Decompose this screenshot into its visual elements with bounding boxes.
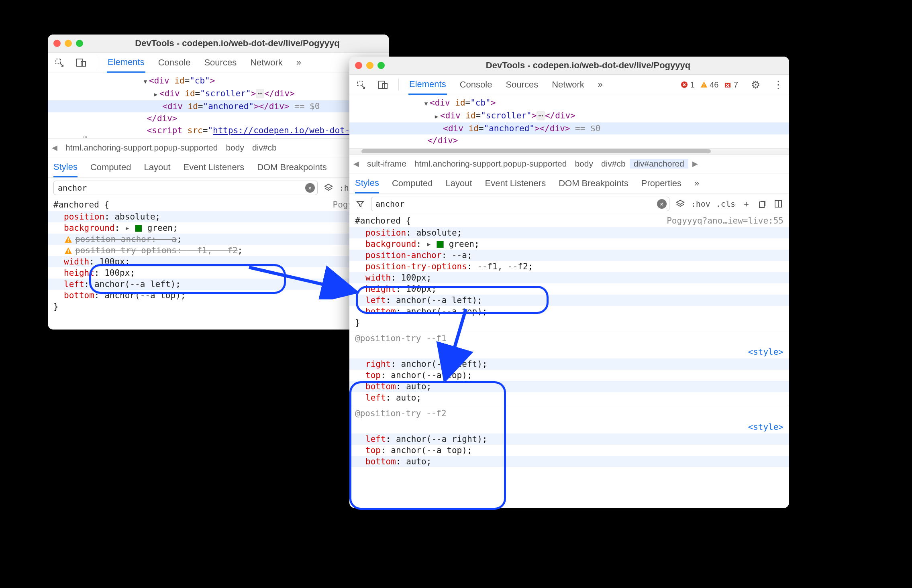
select-element-icon[interactable]: [355, 79, 367, 91]
overflow-ellipsis: ⋯: [83, 132, 87, 141]
crumb-html[interactable]: html.anchoring-support.popup-supported: [410, 159, 571, 169]
toggle-device-icon[interactable]: [75, 57, 87, 69]
clear-icon[interactable]: ✕: [657, 199, 667, 209]
tab-console[interactable]: Console: [157, 53, 192, 72]
crumb-iframe[interactable]: sult-iframe: [363, 159, 410, 169]
crumb-anchored[interactable]: div#anchored: [630, 159, 688, 169]
subtab-properties[interactable]: Properties: [641, 174, 681, 193]
hidden-count[interactable]: 7: [724, 80, 738, 90]
style-source-link[interactable]: <style>: [349, 346, 789, 358]
error-count[interactable]: 1: [681, 80, 695, 90]
select-element-icon[interactable]: [53, 57, 65, 69]
svg-rect-11: [704, 83, 704, 85]
filter-icon[interactable]: [355, 199, 365, 209]
style-source-link[interactable]: <style>: [349, 421, 789, 433]
subtab-layout[interactable]: Layout: [144, 158, 170, 177]
toggle-device-icon[interactable]: [377, 79, 389, 91]
zoom-button[interactable]: [76, 40, 83, 47]
tab-network[interactable]: Network: [249, 53, 284, 72]
close-button[interactable]: [53, 40, 61, 47]
window-title: DevTools - codepen.io/web-dot-dev/live/P…: [393, 60, 783, 71]
hov-toggle[interactable]: :hov: [691, 199, 710, 209]
cls-toggle[interactable]: .cls: [716, 199, 735, 209]
svg-rect-5: [68, 250, 69, 252]
svg-rect-3: [68, 238, 69, 241]
tab-console[interactable]: Console: [459, 75, 493, 94]
elements-panel: ▼<div id="cb"> ▶<div id="scroller">⋯</di…: [349, 95, 789, 148]
svg-rect-1: [77, 59, 83, 66]
tab-elements[interactable]: Elements: [408, 75, 447, 95]
issue-counts[interactable]: 1 46 7: [681, 80, 738, 90]
subtab-styles[interactable]: Styles: [355, 174, 379, 193]
expand-arrow-icon[interactable]: ▼: [142, 75, 149, 87]
selected-element-row[interactable]: <div id="anchored"></div> == $0: [48, 100, 389, 112]
warn-icon: [64, 235, 73, 244]
position-try-f1[interactable]: @position-try --f1: [349, 331, 789, 346]
close-button[interactable]: [355, 62, 362, 69]
kebab-icon[interactable]: ⋮: [773, 79, 783, 91]
styles-panel: #anchored {Pogyyyq?ano…iew=live:55 posit…: [349, 214, 789, 467]
subtab-dom-bp[interactable]: DOM Breakpoints: [257, 158, 327, 177]
more-tabs-icon[interactable]: »: [597, 75, 604, 94]
svg-rect-8: [378, 81, 384, 88]
subtab-styles[interactable]: Styles: [53, 158, 78, 177]
tab-network[interactable]: Network: [551, 75, 585, 94]
zoom-button[interactable]: [377, 62, 385, 69]
styles-panel: #anchored {Pogyyyq?an position: absolute…: [48, 198, 389, 312]
filter-input[interactable]: anchor✕: [53, 181, 318, 195]
crumb-cb[interactable]: div#cb: [597, 159, 630, 169]
tab-sources[interactable]: Sources: [203, 53, 237, 72]
crumb-body[interactable]: body: [222, 143, 248, 153]
subtab-computed[interactable]: Computed: [90, 158, 131, 177]
rule-selector[interactable]: #anchored {: [355, 215, 411, 226]
filter-bar: anchor✕ :hov .cls ＋: [349, 194, 789, 214]
crumb-body[interactable]: body: [571, 159, 597, 169]
subtab-listeners[interactable]: Event Listeners: [184, 158, 245, 177]
crumb-html[interactable]: html.anchoring-support.popup-supported: [61, 143, 222, 153]
minimize-button[interactable]: [366, 62, 373, 69]
copy-icon[interactable]: [757, 199, 767, 209]
tab-sources[interactable]: Sources: [505, 75, 539, 94]
computed-panel-icon[interactable]: [773, 199, 783, 209]
svg-rect-9: [383, 83, 387, 88]
rule-source[interactable]: Pogyyyq?ano…iew=live:55: [667, 215, 783, 226]
selected-element-row[interactable]: <div id="anchored"></div> == $0: [349, 122, 789, 134]
tab-elements[interactable]: Elements: [107, 53, 145, 73]
more-tabs-icon[interactable]: »: [296, 53, 302, 72]
filter-input[interactable]: anchor✕: [371, 197, 669, 211]
svg-rect-6: [68, 252, 69, 253]
crumb-cb[interactable]: div#cb: [248, 143, 281, 153]
more-tabs-icon[interactable]: »: [694, 174, 699, 193]
subtab-computed[interactable]: Computed: [392, 174, 433, 193]
subtab-layout[interactable]: Layout: [445, 174, 472, 193]
toolbar: Elements Console Sources Network » 1 46 …: [349, 75, 789, 95]
window-titlebar: DevTools - codepen.io/web-dot-dev/live/P…: [48, 35, 389, 53]
scroll-right-icon[interactable]: ▶: [688, 159, 702, 168]
clear-icon[interactable]: ✕: [305, 183, 315, 193]
layers-icon[interactable]: [675, 199, 686, 209]
minimize-button[interactable]: [65, 40, 72, 47]
subtab-dom-bp[interactable]: DOM Breakpoints: [559, 174, 628, 193]
expand-arrow-icon[interactable]: ▼: [422, 98, 430, 110]
element-breadcrumb: ◀ sult-iframe html.anchoring-support.pop…: [349, 154, 789, 173]
scrollbar[interactable]: [349, 148, 789, 154]
warning-count[interactable]: 46: [700, 80, 719, 90]
scroll-left-icon[interactable]: ◀: [349, 159, 363, 168]
rule-selector[interactable]: #anchored {: [53, 199, 109, 210]
position-try-f2[interactable]: @position-try --f2: [349, 406, 789, 421]
svg-rect-14: [759, 202, 764, 208]
filter-bar: anchor✕ :hov .cls: [48, 178, 389, 198]
styles-subtabs: Styles Computed Layout Event Listeners D…: [48, 157, 389, 178]
color-swatch[interactable]: [135, 225, 142, 232]
subtab-listeners[interactable]: Event Listeners: [485, 174, 546, 193]
svg-rect-2: [81, 61, 86, 66]
color-swatch[interactable]: [437, 241, 444, 248]
scroll-left-icon[interactable]: ◀: [48, 143, 61, 152]
add-rule-icon[interactable]: ＋: [741, 199, 751, 209]
gear-icon[interactable]: ⚙: [751, 79, 760, 91]
expand-arrow-icon[interactable]: ▶: [152, 88, 159, 100]
expand-arrow-icon[interactable]: ▶: [433, 110, 440, 122]
main-tabs: Elements Console Sources Network »: [408, 75, 604, 95]
main-tabs: Elements Console Sources Network »: [107, 53, 302, 73]
layers-icon[interactable]: [323, 183, 334, 193]
